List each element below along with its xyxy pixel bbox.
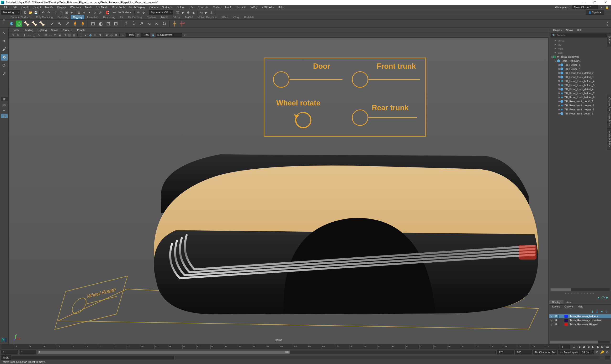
redo-icon[interactable]: ↷ xyxy=(46,10,51,14)
open-scene-icon[interactable]: 📂 xyxy=(28,10,33,14)
shelf-constraint1-icon[interactable]: ↙ xyxy=(49,21,55,27)
menu-mesh-display[interactable]: Mesh Display xyxy=(127,5,147,9)
workspace-dropdown-icon[interactable]: ▾ xyxy=(599,5,603,9)
undo-icon[interactable]: ↶ xyxy=(41,10,45,14)
vp-cam-attr-icon[interactable]: ⚙ xyxy=(16,33,20,37)
menu-curves[interactable]: Curves xyxy=(147,5,160,9)
vp-2d-pan-icon[interactable]: ◫ xyxy=(32,33,36,37)
outliner-item[interactable]: ⊞TR_Front_trunk_helper_7 xyxy=(549,91,611,95)
vp-gate-mask-icon[interactable]: ▣ xyxy=(58,33,62,37)
outliner-item[interactable]: ⊞TR_Rear_trunk_helper_4 xyxy=(549,103,611,107)
shelf-tab-curves[interactable]: Curves / Surfaces xyxy=(8,15,34,19)
menu-windows[interactable]: Windows xyxy=(68,5,83,9)
menu-modify[interactable]: Modify xyxy=(43,5,55,9)
workspace-selector[interactable]: Maya Classic* xyxy=(572,5,598,9)
vp-menu-lighting[interactable]: Lighting xyxy=(35,28,49,32)
shelf-tab-xgen[interactable]: XGen xyxy=(219,15,231,19)
prefs-icon[interactable]: ⚙ xyxy=(605,350,610,354)
select-tool[interactable]: ↖ xyxy=(1,30,8,36)
shelf-constraint3-icon[interactable]: ⤢ xyxy=(64,21,70,27)
shelf-humanik-icon[interactable]: 🧍 xyxy=(72,21,78,27)
move-tool[interactable]: ✥ xyxy=(1,54,8,61)
character-set-dropdown[interactable]: No Character Set xyxy=(533,350,557,354)
rtab-outliner[interactable]: Outliner xyxy=(607,33,611,47)
outliner-cam-side[interactable]: side xyxy=(549,51,611,55)
vp-colorspace-dropdown[interactable]: sRGB gamma xyxy=(156,33,182,37)
shelf-tab-sculpt[interactable]: Sculpting xyxy=(55,15,71,19)
snap-curve-icon[interactable]: ∿ xyxy=(82,10,86,14)
vp-wireframe-icon[interactable]: ⬚ xyxy=(79,33,83,37)
vp-menu-renderer[interactable]: Renderer xyxy=(60,28,75,32)
render-settings-icon[interactable]: ⚙ xyxy=(186,10,190,14)
outliner-item[interactable]: ⊞TR_Rear_trunk_helper_5 xyxy=(549,107,611,111)
menu-edit[interactable]: Edit xyxy=(11,5,19,9)
shelf-skin2-icon[interactable]: 🦴 xyxy=(31,21,37,27)
expand-icon[interactable]: ⊞ xyxy=(558,88,560,91)
view-plus-icon[interactable]: ⊞⊞ xyxy=(1,103,8,107)
vp-gamma-value[interactable]: 1.00 xyxy=(141,33,150,37)
layer-move-down-icon[interactable]: ⬇ xyxy=(596,310,599,313)
layer-row[interactable]: VPTesla_Robovan_Rigged xyxy=(549,322,611,326)
layer-color-swatch[interactable] xyxy=(564,319,568,322)
shelf-tab-rigging[interactable]: Rigging xyxy=(71,15,84,19)
menu-file[interactable]: File xyxy=(2,5,11,9)
ipr-icon[interactable]: ▶ xyxy=(181,10,185,14)
outliner-menu-show[interactable]: Show xyxy=(564,28,575,32)
new-scene-icon[interactable]: 🗋 xyxy=(23,10,27,14)
vp-menu-shading[interactable]: Shading xyxy=(22,28,35,32)
cmd-input[interactable] xyxy=(12,356,174,360)
outliner-h-scrollbar[interactable] xyxy=(551,288,610,291)
signin-button[interactable]: 👤 Sign In ▾ xyxy=(586,11,604,14)
menu-mesh[interactable]: Mesh xyxy=(83,5,94,9)
vp-menu-panels[interactable]: Panels xyxy=(75,28,87,32)
select-comp-icon[interactable]: ◈ xyxy=(69,10,74,14)
cb-scale-icon[interactable]: ◆ xyxy=(606,296,609,299)
menu-vray[interactable]: V-Ray xyxy=(248,5,260,9)
play-end-icon[interactable]: ⏭ xyxy=(605,345,610,349)
vp-shaded-icon[interactable]: ● xyxy=(83,33,88,37)
rtab-channel-box[interactable]: Channel Box / Layer Editor xyxy=(607,95,611,129)
expand-icon[interactable]: ⊞ xyxy=(558,80,560,82)
select-obj-icon[interactable]: ▣ xyxy=(64,10,68,14)
module-selector[interactable]: Modeling xyxy=(1,10,20,14)
vp-select-camera-icon[interactable]: ◎ xyxy=(11,33,15,37)
outliner-menu-help[interactable]: Help xyxy=(575,28,585,32)
select-hier-icon[interactable]: ◫ xyxy=(59,10,63,14)
vp-lights-icon[interactable]: ☀ xyxy=(93,33,97,37)
outliner-cam-persp[interactable]: persp xyxy=(549,39,611,42)
vp-exposure-value[interactable]: 0.00 xyxy=(126,33,135,37)
menu-help[interactable]: Help xyxy=(276,5,285,9)
outliner-item[interactable]: ⊞TR_Rear_trunk_detail_7 xyxy=(549,99,611,103)
menu-display[interactable]: Display xyxy=(55,5,68,9)
autokey-icon[interactable]: 🔑 xyxy=(600,350,604,354)
vp-textured-icon[interactable]: ◐ xyxy=(88,33,92,37)
shelf-ik-handle-icon[interactable]: ◇ xyxy=(16,21,22,27)
shelf-paint3-icon[interactable]: ↗ xyxy=(138,21,144,27)
playblast-rewind-icon[interactable]: ⏮ xyxy=(199,10,203,14)
shelf-pose2-icon[interactable]: ┼² xyxy=(179,21,185,27)
shelf-gear-icon[interactable]: ⚙◦ xyxy=(0,15,8,27)
play-prev-key-icon[interactable]: Ⅰ◀ xyxy=(577,345,581,349)
shelf-tab-fxcache[interactable]: FX Caching xyxy=(126,15,144,19)
vp-expose-icon[interactable]: ☼ xyxy=(121,33,125,37)
expand-icon[interactable]: ⊞ xyxy=(558,100,560,103)
layer-menu-layers[interactable]: Layers xyxy=(550,305,562,309)
layer-menu-options[interactable]: Options xyxy=(562,305,576,309)
vp-safe-title-icon[interactable]: ▦ xyxy=(72,33,76,37)
history-off-icon[interactable]: ⊘ xyxy=(141,10,146,14)
symmetry-dropdown[interactable]: Symmetry: Off xyxy=(149,10,173,14)
hypershade-icon[interactable]: ◐ xyxy=(191,10,196,14)
cmd-lang-label[interactable]: MEL xyxy=(1,355,11,360)
layer-new-selected-icon[interactable]: ✧ xyxy=(605,310,609,313)
outliner-cam-top[interactable]: top xyxy=(549,42,611,47)
select-mode-icon[interactable]: ⬚ xyxy=(54,10,58,14)
outliner-item[interactable]: ⊞TR_Helper_2 xyxy=(549,67,611,71)
panel-resize-handle[interactable]: • • • • • • • • • • xyxy=(549,292,611,295)
outliner-tree[interactable]: persp top front side ⊟Tesla_Robovan ⊟Tes… xyxy=(549,38,611,288)
layer-menu-help[interactable]: Help xyxy=(576,305,585,309)
shelf-paint1-icon[interactable]: ⤴ xyxy=(123,21,129,27)
play-start-icon[interactable]: ⏮ xyxy=(572,345,576,349)
layer-vis-toggle[interactable]: V xyxy=(549,319,554,322)
layer-tab-anim[interactable]: Anim xyxy=(563,300,575,304)
outliner-item[interactable]: ⊞TR_Front_trunk_helper_4 xyxy=(549,79,611,83)
